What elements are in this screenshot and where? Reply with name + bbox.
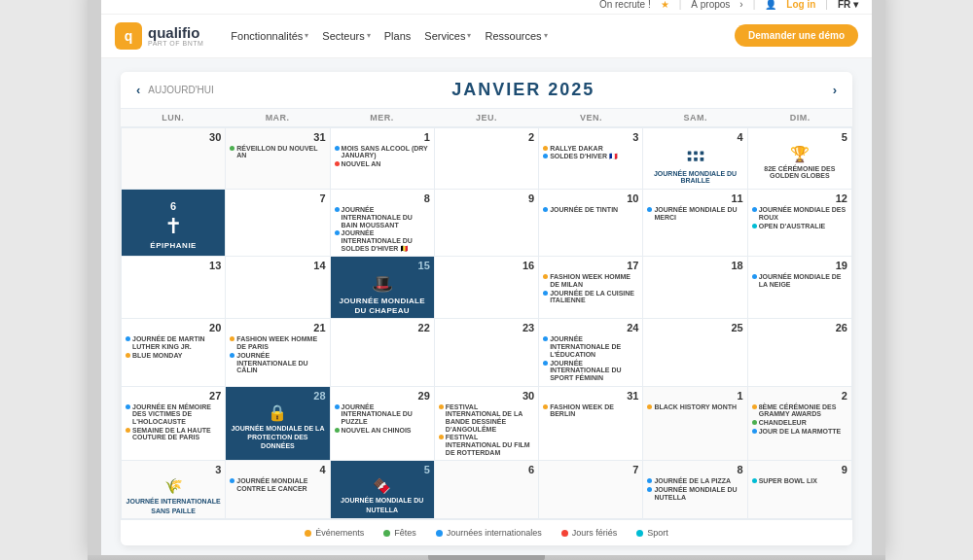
list-item: BLACK HISTORY MONTH [647, 403, 742, 411]
navbar: q qualifio PART OF BNTM Fonctionnalités … [101, 15, 872, 58]
table-row[interactable]: 26 [748, 319, 852, 386]
table-row[interactable]: 15 🎩 JOURNÉE MONDIALE DU CHAPEAU [331, 257, 435, 319]
table-row[interactable]: 6 ✝ ÉPIPHANIE [122, 190, 226, 257]
legend-label: Sport [647, 528, 668, 538]
table-row[interactable]: 1 MOIS SANS ALCOOL (DRY JANUARY) NOUVEL … [331, 128, 435, 190]
list-item: JOURNÉE MONDIALE CONTRE LE CANCER [230, 477, 325, 492]
day-header-mar: MAR. [225, 109, 329, 126]
list-item: NOUVEL AN CHINOIS [335, 427, 430, 435]
svg-rect-3 [687, 158, 691, 161]
table-row[interactable]: 6 [435, 461, 539, 519]
table-row[interactable]: 21 FASHION WEEK HOMME DE PARIS JOURNÉE I… [226, 319, 330, 386]
legend-jours-feries: Jours fériés [561, 528, 618, 538]
day-header-dim: DIM. [748, 109, 852, 126]
chevron-down-icon: ▾ [305, 31, 308, 40]
recruit-star: ★ [661, 0, 669, 10]
table-row[interactable]: 18 [643, 257, 747, 319]
table-row[interactable]: 25 [643, 319, 747, 386]
nav-secteurs[interactable]: Secteurs ▾ [322, 30, 370, 42]
list-item: 82E CÉRÉMONIE DES GOLDEN GLOBES [752, 165, 847, 180]
table-row[interactable]: 22 [331, 319, 435, 386]
table-row[interactable]: 8 JOURNÉE INTERNATIONALE DU BAIN MOUSSAN… [331, 190, 435, 257]
language-selector[interactable]: FR ▾ [838, 0, 858, 10]
list-item: JOURNÉE DE TINTIN [543, 206, 638, 214]
table-row[interactable]: 7 [539, 461, 643, 519]
next-month-button[interactable]: › [833, 83, 837, 97]
nav-services[interactable]: Services ▾ [424, 30, 471, 42]
calendar-legend: Événements Fêtes Journées internationale… [121, 519, 852, 545]
logo[interactable]: q qualifio PART OF BNTM [115, 22, 203, 50]
table-row[interactable]: 23 [435, 319, 539, 386]
screen-bezel: On recrute ! ★ | À propos › | 👤 Log in |… [88, 0, 885, 555]
table-row[interactable]: 5 🍫 JOURNÉE MONDIALE DU NUTELLA [331, 461, 435, 519]
table-row[interactable]: 8 JOURNÉE DE LA PIZZA JOURNÉE MONDIALE D… [643, 461, 747, 519]
nav-ressources[interactable]: Ressources ▾ [485, 30, 547, 42]
table-row[interactable]: 31 RÉVEILLON DU NOUVEL AN [226, 128, 330, 190]
calendar-header: ‹ AUJOURD'HUI JANVIER 2025 › [121, 72, 852, 109]
nav-fonctionnalites[interactable]: Fonctionnalités ▾ [231, 30, 308, 42]
table-row[interactable]: 9 [435, 190, 539, 257]
table-row[interactable]: 17 FASHION WEEK HOMME DE MILAN JOURNÉE D… [539, 257, 643, 319]
table-row[interactable]: 3 RALLYE DAKAR SOLDES D'HIVER 🇫🇷 [539, 128, 643, 190]
legend-fetes: Fêtes [383, 528, 416, 538]
calendar-grid: 30 31 RÉVEILLON DU NOUVEL AN 1 [121, 127, 852, 519]
legend-label: Événements [315, 528, 364, 538]
table-row[interactable]: 14 [226, 257, 330, 319]
nav-items: Fonctionnalités ▾ Secteurs ▾ Plans Servi… [231, 30, 717, 42]
legend-journees: Journées internationales [436, 528, 542, 538]
logo-icon: q [115, 22, 142, 50]
demo-button[interactable]: Demander une démo [735, 24, 858, 47]
apropos-link[interactable]: À propos [691, 0, 730, 10]
table-row[interactable]: 19 JOURNÉE MONDIALE DE LA NEIGE [748, 257, 852, 319]
chevron-down-icon: ▾ [467, 31, 471, 40]
chevron-left-icon: ‹ [136, 83, 140, 97]
day-header-lun: LUN. [121, 109, 225, 126]
table-row[interactable]: 13 [122, 257, 226, 319]
screen: On recrute ! ★ | À propos › | 👤 Log in |… [101, 0, 872, 555]
svg-rect-1 [694, 151, 698, 155]
day-header-jeu: JEU. [434, 109, 538, 126]
table-row[interactable]: 20 JOURNÉE DE MARTIN LUTHER KING JR. BLU… [122, 319, 226, 386]
table-row[interactable]: 11 JOURNÉE MONDIALE DU MERCI [643, 190, 747, 257]
table-row[interactable]: 9 SUPER BOWL LIX [748, 461, 852, 519]
table-row[interactable]: 3 🌾 JOURNÉE INTERNATIONALE SANS PAILLE [122, 461, 226, 519]
table-row[interactable]: 4 JOURNÉE MONDIALE CONTRE LE CANCER [226, 461, 330, 519]
legend-evenements: Événements [305, 528, 364, 538]
list-item: FASHION WEEK HOMME DE PARIS [230, 335, 325, 350]
list-item: FESTIVAL INTERNATIONAL DU FILM DE ROTTER… [439, 434, 534, 456]
chevron-down-icon: ▾ [544, 31, 548, 40]
list-item: 8ÈME CÉRÉMONIE DES GRAMMY AWARDS [752, 403, 847, 418]
table-row[interactable]: 12 JOURNÉE MONDIALE DES ROUX OPEN D'AUST… [748, 190, 852, 257]
table-row[interactable]: 10 JOURNÉE DE TINTIN [539, 190, 643, 257]
list-item: JOURNÉE MONDIALE DU BRAILLE [647, 170, 742, 185]
login-link[interactable]: Log in [786, 0, 815, 10]
list-item: JOURNÉE INTERNATIONALE DU BAIN MOUSSANT [335, 206, 430, 228]
list-item: JOURNÉE MONDIALE DU NUTELLA [647, 486, 742, 501]
table-row[interactable]: 28 🔒 JOURNÉE MONDIALE DE LA PROTECTION D… [226, 387, 330, 462]
table-row[interactable]: 2 8ÈME CÉRÉMONIE DES GRAMMY AWARDS CHAND… [748, 387, 852, 462]
list-item: FASHION WEEK DE BERLIN [543, 403, 638, 418]
prev-month-button[interactable]: ‹ AUJOURD'HUI [136, 83, 214, 97]
calendar-wrapper: ‹ AUJOURD'HUI JANVIER 2025 › LUN. MAR. M… [101, 58, 872, 555]
list-item: JOURNÉE INTERNATIONALE DU SOLDES D'HIVER… [335, 229, 430, 252]
nav-plans[interactable]: Plans [384, 30, 412, 42]
chevron-down-icon: ▾ [367, 31, 371, 40]
table-row[interactable]: 24 JOURNÉE INTERNATIONALE DE L'ÉDUCATION… [539, 319, 643, 386]
legend-label: Journées internationales [447, 528, 542, 538]
legend-dot-orange [305, 530, 311, 537]
list-item: JOURNÉE INTERNATIONALE DU SPORT FÉMININ [543, 360, 638, 382]
list-item: SEMAINE DE LA HAUTE COUTURE DE PARIS [126, 427, 221, 441]
legend-dot-blue [436, 530, 443, 537]
table-row[interactable]: 27 JOURNÉE EN MÉMOIRE DES VICTIMES DE L'… [122, 387, 226, 462]
table-row[interactable]: 7 [226, 190, 330, 257]
table-row[interactable]: 5 🏆 82E CÉRÉMONIE DES GOLDEN GLOBES [748, 128, 852, 190]
table-row[interactable]: 30 FESTIVAL INTERNATIONAL DE LA BANDE DE… [435, 387, 539, 462]
table-row[interactable]: 29 JOURNÉE INTERNATIONALE DU PUZZLE NOUV… [331, 387, 435, 462]
table-row[interactable]: 2 [435, 128, 539, 190]
table-row[interactable]: 31 FASHION WEEK DE BERLIN [539, 387, 643, 462]
laptop-base [88, 555, 885, 560]
table-row[interactable]: 1 BLACK HISTORY MONTH [643, 387, 747, 462]
table-row[interactable]: 4 JOURNÉE MONDIALE DU BRAILLE [643, 128, 747, 190]
table-row[interactable]: 16 [435, 257, 539, 319]
table-row[interactable]: 30 [122, 128, 226, 190]
